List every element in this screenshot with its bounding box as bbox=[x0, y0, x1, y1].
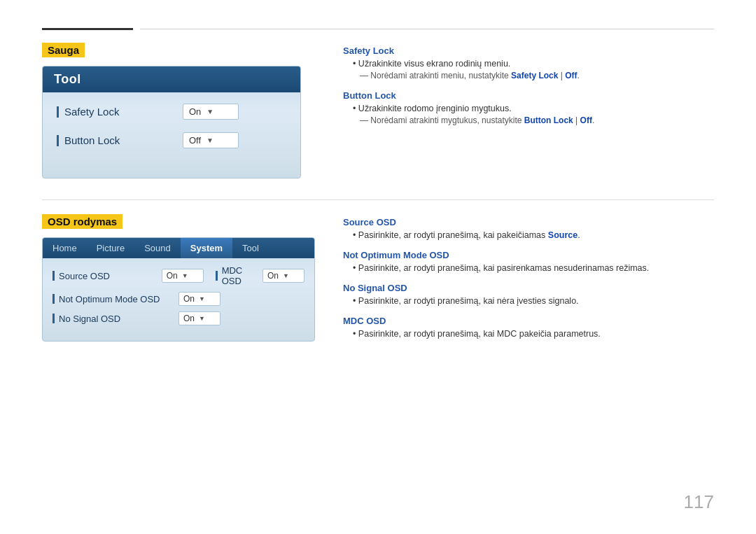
tab-home[interactable]: Home bbox=[43, 238, 87, 258]
mdc-osd-select[interactable]: On ▼ bbox=[262, 269, 304, 283]
safety-lock-row: Safety Lock On ▼ bbox=[57, 104, 286, 120]
osd-panel: Home Picture Sound System Tool Source OS… bbox=[42, 237, 315, 342]
mdc-osd-arrow: ▼ bbox=[283, 272, 289, 279]
not-optimum-bullet: • Pasirinkite, ar rodyti pranešimą, kai … bbox=[353, 263, 714, 273]
safety-lock-bold: Safety Lock bbox=[511, 71, 558, 80]
mdc-osd-label: MDC OSD bbox=[216, 265, 258, 286]
source-osd-desc-title: Source OSD bbox=[343, 217, 714, 227]
no-signal-desc-title: No Signal OSD bbox=[343, 283, 714, 293]
osd-badge: OSD rodymas bbox=[42, 214, 122, 229]
button-lock-desc: Button Lock • Užrakinkite rodomo įrengin… bbox=[343, 90, 714, 125]
mdc-osd-desc: MDC OSD • Pasirinkite, ar rodyti praneši… bbox=[343, 316, 714, 339]
source-osd-text: Source OSD bbox=[59, 271, 110, 281]
no-signal-desc: No Signal OSD • Pasirinkite, ar rodyti p… bbox=[343, 283, 714, 306]
safety-lock-off: Off bbox=[565, 71, 577, 80]
button-lock-row: Button Lock Off ▼ bbox=[57, 132, 286, 148]
button-lock-sub: Norėdami atrakinti mygtukus, nustatykite… bbox=[360, 115, 714, 125]
top-rule bbox=[42, 28, 714, 30]
osd-left: OSD rodymas Home Picture Sound System To… bbox=[42, 214, 315, 349]
osd-body: Source OSD On ▼ MDC OSD On bbox=[43, 258, 314, 341]
safety-lock-select[interactable]: On ▼ bbox=[183, 104, 239, 120]
no-signal-label: No Signal OSD bbox=[52, 314, 178, 324]
safety-lock-sub: Norėdami atrakinti meniu, nustatykite Sa… bbox=[360, 71, 714, 80]
not-optimum-select[interactable]: On ▼ bbox=[178, 292, 220, 306]
button-lock-arrow: ▼ bbox=[206, 136, 214, 144]
button-lock-bold: Button Lock bbox=[524, 115, 573, 125]
no-signal-arrow: ▼ bbox=[199, 315, 205, 322]
not-optimum-arrow: ▼ bbox=[199, 295, 205, 302]
source-osd-value: On bbox=[167, 271, 178, 281]
section-osd: OSD rodymas Home Picture Sound System To… bbox=[42, 214, 714, 349]
safety-lock-label: Safety Lock bbox=[57, 106, 183, 118]
tab-system[interactable]: System bbox=[181, 238, 232, 258]
not-optimum-bar bbox=[52, 294, 55, 304]
mdc-osd-bullet: • Pasirinkite, ar rodyti pranešimą, kai … bbox=[353, 329, 714, 339]
safety-lock-desc-title: Safety Lock bbox=[343, 45, 714, 56]
button-lock-bar bbox=[57, 135, 59, 146]
osd-tabs: Home Picture Sound System Tool bbox=[43, 238, 314, 258]
sauga-right: Safety Lock • Užrakinkite visus ekrano r… bbox=[343, 43, 714, 178]
source-osd-label: Source OSD bbox=[52, 271, 162, 281]
button-lock-bullet: • Užrakinkite rodomo įrenginio mygtukus. bbox=[353, 104, 714, 113]
safety-lock-bar bbox=[57, 106, 59, 118]
tab-sound[interactable]: Sound bbox=[134, 238, 181, 258]
safety-lock-bullet: • Užrakinkite visus ekrano rodinių meniu… bbox=[353, 59, 714, 69]
not-optimum-value: On bbox=[183, 294, 195, 304]
source-osd-bar bbox=[52, 271, 55, 281]
section-divider bbox=[42, 199, 714, 200]
source-osd-bullet: • Pasirinkite, ar rodyti pranešimą, kai … bbox=[353, 230, 714, 240]
mdc-osd-text: MDC OSD bbox=[222, 265, 258, 286]
tool-panel-body: Safety Lock On ▼ Button Lock bbox=[43, 92, 300, 178]
tab-picture[interactable]: Picture bbox=[87, 238, 134, 258]
rule-long bbox=[140, 29, 714, 29]
page-container: Sauga Tool Safety Lock On ▼ bbox=[0, 0, 756, 534]
no-signal-value: On bbox=[183, 314, 195, 323]
safety-lock-bullet-text: Užrakinkite visus ekrano rodinių meniu. bbox=[358, 59, 510, 69]
tab-tool[interactable]: Tool bbox=[232, 238, 269, 258]
not-optimum-label: Not Optimum Mode OSD bbox=[52, 294, 178, 304]
source-osd-desc: Source OSD • Pasirinkite, ar rodyti pran… bbox=[343, 217, 714, 240]
sauga-left: Sauga Tool Safety Lock On ▼ bbox=[42, 43, 315, 178]
rule-short bbox=[42, 28, 133, 30]
button-lock-bullet-text: Užrakinkite rodomo įrenginio mygtukus. bbox=[358, 104, 512, 113]
tool-panel: Tool Safety Lock On ▼ bbox=[42, 66, 301, 178]
not-optimum-row: Not Optimum Mode OSD On ▼ bbox=[52, 292, 304, 306]
section-sauga: Sauga Tool Safety Lock On ▼ bbox=[42, 43, 714, 178]
safety-lock-arrow: ▼ bbox=[206, 108, 214, 115]
button-lock-desc-title: Button Lock bbox=[343, 90, 714, 101]
osd-right: Source OSD • Pasirinkite, ar rodyti pran… bbox=[343, 214, 714, 349]
button-lock-select[interactable]: Off ▼ bbox=[183, 132, 239, 148]
button-lock-text: Button Lock bbox=[64, 134, 120, 146]
source-osd-arrow: ▼ bbox=[182, 272, 188, 279]
mdc-osd-bar bbox=[216, 271, 218, 281]
button-lock-value: Off bbox=[189, 135, 201, 146]
no-signal-row: No Signal OSD On ▼ bbox=[52, 311, 304, 325]
safety-lock-desc: Safety Lock • Užrakinkite visus ekrano r… bbox=[343, 45, 714, 80]
button-lock-label: Button Lock bbox=[57, 134, 183, 146]
mdc-osd-value: On bbox=[267, 271, 279, 281]
no-signal-bullet: • Pasirinkite, ar rodyti pranešimą, kai … bbox=[353, 296, 714, 306]
no-signal-text: No Signal OSD bbox=[59, 314, 120, 324]
tool-panel-header: Tool bbox=[43, 66, 300, 92]
no-signal-bar bbox=[52, 314, 55, 323]
sauga-badge: Sauga bbox=[42, 43, 85, 57]
source-bold: Source bbox=[548, 230, 578, 240]
not-optimum-desc-title: Not Optimum Mode OSD bbox=[343, 250, 714, 260]
safety-lock-value: On bbox=[189, 106, 201, 117]
no-signal-select[interactable]: On ▼ bbox=[178, 311, 220, 325]
mdc-osd-desc-title: MDC OSD bbox=[343, 316, 714, 326]
not-optimum-desc: Not Optimum Mode OSD • Pasirinkite, ar r… bbox=[343, 250, 714, 273]
button-lock-off: Off bbox=[580, 115, 592, 125]
safety-lock-text: Safety Lock bbox=[64, 106, 119, 118]
source-osd-row: Source OSD On ▼ MDC OSD On bbox=[52, 265, 304, 286]
page-number: 117 bbox=[684, 491, 714, 513]
not-optimum-text: Not Optimum Mode OSD bbox=[59, 294, 160, 304]
source-osd-select[interactable]: On ▼ bbox=[162, 269, 204, 283]
